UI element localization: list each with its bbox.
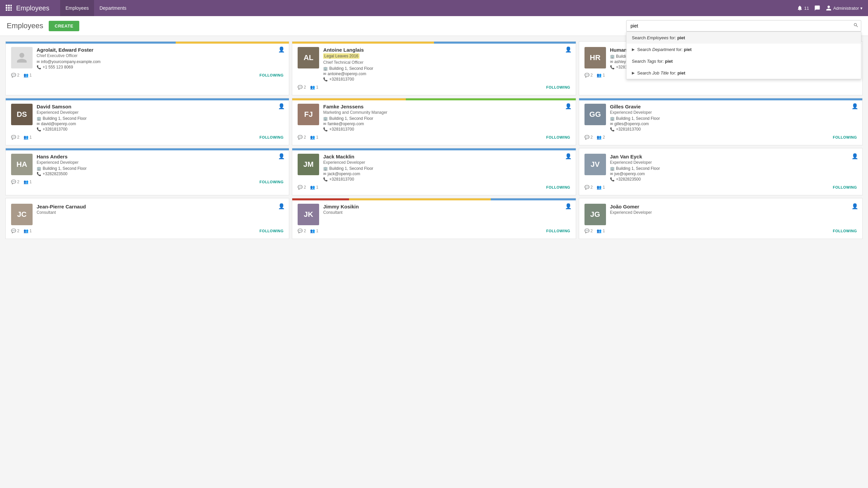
avatar: HR bbox=[585, 47, 606, 68]
follower-count: 👥 1 bbox=[310, 85, 318, 90]
card-phone: 📞 +3281813700 bbox=[37, 127, 283, 132]
card-activity-bar bbox=[6, 198, 289, 200]
employee-card[interactable]: HA Hans Anders Experienced Developer 🏢 B… bbox=[5, 148, 289, 195]
card-footer: 💬 2 👥 1 FOLLOWING bbox=[11, 135, 283, 140]
follow-indicator-icon[interactable]: 👤 bbox=[565, 46, 572, 53]
following-label[interactable]: FOLLOWING bbox=[546, 185, 570, 189]
follower-count: 👥 1 bbox=[24, 73, 32, 77]
employee-card[interactable]: JC Jean-Pierre Carnaud Consultant 👤 💬 2 … bbox=[5, 198, 289, 239]
bar-segment bbox=[6, 98, 289, 100]
svg-rect-1 bbox=[8, 5, 10, 6]
search-tags-text: Search Tags for: piet bbox=[632, 59, 673, 64]
following-label[interactable]: FOLLOWING bbox=[833, 135, 857, 139]
message-count: 💬 2 bbox=[585, 135, 593, 140]
following-label[interactable]: FOLLOWING bbox=[833, 185, 857, 189]
follower-icon: 👥 bbox=[597, 185, 601, 190]
follower-count: 👥 1 bbox=[310, 229, 318, 233]
follow-indicator-icon[interactable]: 👤 bbox=[278, 46, 285, 53]
follow-indicator-icon[interactable]: 👤 bbox=[278, 203, 285, 209]
location-icon: 🏢 bbox=[323, 117, 328, 121]
card-stats: 💬 2 👥 1 bbox=[11, 73, 32, 77]
card-name: Jimmy Kosikin bbox=[323, 204, 570, 209]
message-count: 💬 2 bbox=[11, 180, 20, 184]
card-activity-bar bbox=[579, 148, 862, 150]
phone-icon: 📞 bbox=[610, 177, 615, 182]
card-phone: 📞 +3282823500 bbox=[610, 177, 857, 182]
message-icon: 💬 bbox=[585, 229, 590, 233]
search-dropdown-department[interactable]: ▶ Search Department for: piet bbox=[626, 44, 861, 55]
search-input[interactable] bbox=[626, 20, 861, 32]
card-header: JG João Gomer Experienced Developer bbox=[585, 204, 857, 225]
chat-icon[interactable] bbox=[814, 5, 820, 11]
search-dropdown-tags[interactable]: Search Tags for: piet bbox=[626, 55, 861, 67]
card-email: ✉ david@openrp.com bbox=[37, 122, 283, 126]
search-dropdown-jobtitle[interactable]: ▶ Search Job Title for: piet bbox=[626, 67, 861, 79]
follow-indicator-icon[interactable]: 👤 bbox=[278, 153, 285, 159]
card-email: ✉ famke@openrp.com bbox=[323, 122, 570, 126]
grid-icon[interactable] bbox=[5, 4, 12, 12]
follow-indicator-icon[interactable]: 👤 bbox=[851, 203, 858, 209]
employee-card[interactable]: JK Jimmy Kosikin Consultant 👤 💬 2 👥 1 bbox=[292, 198, 576, 239]
following-label[interactable]: FOLLOWING bbox=[546, 135, 570, 139]
card-activity-bar bbox=[579, 198, 862, 200]
topnav-employees-link[interactable]: Employees bbox=[60, 0, 94, 16]
employee-card[interactable]: Agrolait, Edward Foster Chief Executive … bbox=[5, 41, 289, 95]
follower-icon: 👥 bbox=[24, 229, 29, 233]
following-label[interactable]: FOLLOWING bbox=[260, 135, 284, 139]
avatar bbox=[11, 47, 33, 68]
follow-indicator-icon[interactable]: 👤 bbox=[851, 103, 858, 109]
notifications-icon[interactable]: 11 bbox=[797, 5, 809, 11]
following-label[interactable]: FOLLOWING bbox=[260, 73, 284, 77]
card-job-title: Experienced Developer bbox=[323, 160, 570, 165]
employee-card[interactable]: JG João Gomer Experienced Developer 👤 💬 … bbox=[579, 198, 863, 239]
card-footer: 💬 2 👥 1 FOLLOWING bbox=[298, 229, 570, 233]
card-info: Hans Anders Experienced Developer 🏢 Buil… bbox=[37, 154, 283, 176]
follower-count: 👥 1 bbox=[310, 135, 318, 140]
card-name: Jean-Pierre Carnaud bbox=[37, 204, 283, 209]
following-label[interactable]: FOLLOWING bbox=[833, 229, 857, 233]
topnav-right: 11 Administrator ▾ bbox=[797, 5, 863, 11]
card-stats: 💬 2 👥 1 bbox=[585, 185, 605, 190]
card-info: Jan Van Eyck Experienced Developer 🏢 Bui… bbox=[610, 154, 857, 182]
svg-rect-3 bbox=[6, 7, 7, 9]
card-info: Famke Jenssens Marketing and Community M… bbox=[323, 104, 570, 132]
topnav-departments-link[interactable]: Departments bbox=[94, 0, 132, 16]
employee-card[interactable]: DS David Samson Experienced Developer 🏢 … bbox=[5, 98, 289, 145]
search-area: Search Employees for: piet ▶ Search Depa… bbox=[86, 20, 861, 32]
follower-count: 👥 1 bbox=[597, 73, 605, 77]
following-label[interactable]: FOLLOWING bbox=[260, 180, 284, 184]
follow-indicator-icon[interactable]: 👤 bbox=[565, 203, 572, 209]
employee-card[interactable]: GG Gilles Gravie Experienced Developer 🏢… bbox=[579, 98, 863, 145]
bar-segment bbox=[579, 98, 862, 100]
card-location: 🏢 Building 1, Second Floor bbox=[37, 166, 283, 171]
follower-icon: 👥 bbox=[310, 185, 315, 190]
search-dropdown-employees[interactable]: Search Employees for: piet bbox=[626, 32, 861, 44]
follow-indicator-icon[interactable]: 👤 bbox=[565, 153, 572, 159]
create-button[interactable]: CREATE bbox=[49, 21, 79, 31]
following-label[interactable]: FOLLOWING bbox=[260, 229, 284, 233]
card-email: ✉ gilles@openrp.com bbox=[610, 122, 857, 126]
card-footer: 💬 2 👥 1 FOLLOWING bbox=[585, 185, 857, 190]
phone-icon: 📞 bbox=[610, 127, 615, 132]
following-label[interactable]: FOLLOWING bbox=[546, 85, 570, 89]
card-activity-bar bbox=[292, 198, 576, 200]
following-label[interactable]: FOLLOWING bbox=[546, 229, 570, 233]
follow-indicator-icon[interactable]: 👤 bbox=[851, 153, 858, 159]
employee-card[interactable]: JV Jan Van Eyck Experienced Developer 🏢 … bbox=[579, 148, 863, 195]
card-header: HA Hans Anders Experienced Developer 🏢 B… bbox=[11, 154, 283, 176]
topnav-links: Employees Departments bbox=[60, 0, 132, 16]
card-location: 🏢 Building 1, Second Floor bbox=[610, 166, 857, 171]
follow-indicator-icon[interactable]: 👤 bbox=[278, 103, 285, 109]
user-menu[interactable]: Administrator ▾ bbox=[826, 5, 863, 11]
message-count: 💬 2 bbox=[585, 229, 593, 233]
follower-count: 👥 1 bbox=[24, 229, 32, 233]
employee-card[interactable]: JM Jack Macklin Experienced Developer 🏢 … bbox=[292, 148, 576, 195]
card-stats: 💬 2 👥 1 bbox=[298, 85, 318, 90]
phone-icon: 📞 bbox=[37, 127, 41, 132]
search-container: Search Employees for: piet ▶ Search Depa… bbox=[626, 20, 861, 32]
employee-card[interactable]: AL Antoine Langlais Legal Leaves 2016 Ch… bbox=[292, 41, 576, 95]
follow-indicator-icon[interactable]: 👤 bbox=[565, 103, 572, 109]
employee-card[interactable]: FJ Famke Jenssens Marketing and Communit… bbox=[292, 98, 576, 145]
card-info: Jimmy Kosikin Consultant bbox=[323, 204, 570, 216]
search-submit-button[interactable] bbox=[853, 23, 859, 29]
